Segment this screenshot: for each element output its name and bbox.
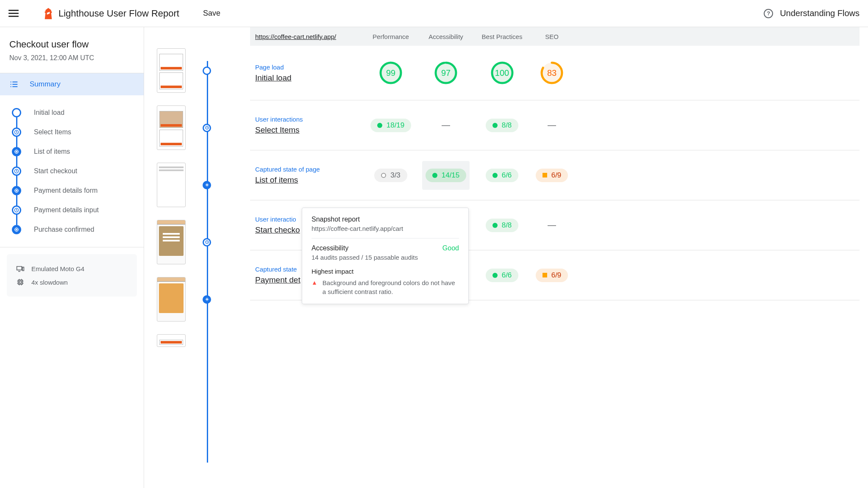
timeline-thumbnails [144, 27, 250, 488]
score-pill[interactable]: 8/8 [486, 119, 519, 132]
flow-name: Checkout user flow [9, 39, 134, 50]
score-pill[interactable]: 8/8 [486, 219, 519, 232]
sidebar-step-select-items[interactable]: Select Items [12, 122, 134, 142]
result-row-select-items: User interactionsSelect Items 18/19 — 8/… [250, 100, 860, 150]
devices-icon [16, 264, 25, 273]
step-link-payment-details[interactable]: Payment det [255, 275, 306, 285]
timeline-node-aperture-icon [203, 181, 211, 189]
sidebar-step-purchase-confirmed[interactable]: Purchase confirmed [12, 220, 134, 239]
nav-summary-label: Summary [30, 80, 61, 89]
clock-icon [14, 130, 19, 135]
score-pill[interactable]: 3/3 [374, 169, 407, 182]
tooltip-audits: 14 audits passed / 15 passable audits [312, 254, 459, 261]
step-link-start-checkout[interactable]: Start checko [255, 225, 306, 235]
score-pill[interactable]: 6/6 [486, 169, 519, 182]
lighthouse-logo-icon [44, 8, 53, 19]
score-tooltip: Snapshot report https://coffee-cart.netl… [302, 208, 469, 304]
table-header-row: https://coffee-cart.netlify.app/ Perform… [250, 27, 860, 46]
cpu-icon [16, 278, 25, 286]
app-header: Lighthouse User Flow Report Save ? Under… [0, 0, 868, 27]
col-seo: SEO [531, 33, 573, 40]
score-pill[interactable]: 6/9 [536, 169, 568, 182]
timeline-node-clock-icon [203, 238, 211, 247]
tooltip-status: Good [442, 244, 459, 252]
gauge-accessibility[interactable]: 97 [434, 61, 458, 85]
timeline-node-clock-icon [203, 124, 211, 132]
step-link-initial-load[interactable]: Initial load [255, 73, 363, 83]
gauge-performance[interactable]: 99 [379, 61, 403, 85]
highlighted-score-cell[interactable]: 14/15 [422, 161, 470, 190]
sidebar-step-list-items[interactable]: List of items [12, 142, 134, 161]
list-icon [9, 80, 19, 89]
timeline-node-aperture-icon [203, 295, 211, 304]
tooltip-url: https://coffee-cart.netlify.app/cart [312, 225, 459, 232]
sidebar-step-payment-input[interactable]: Payment details input [12, 200, 134, 220]
app-title: Lighthouse User Flow Report [58, 8, 179, 19]
col-performance: Performance [363, 33, 418, 40]
steps-list: Initial load Select Items List of items … [0, 95, 144, 247]
result-row-initial-load: Page loadInitial load 99 97 100 83 [250, 46, 860, 100]
understanding-flows-link[interactable]: Understanding Flows [780, 8, 860, 18]
score-dash: — [548, 120, 556, 130]
score-pill[interactable]: 6/9 [536, 269, 568, 282]
clock-icon [14, 208, 19, 213]
col-best-practices: Best Practices [473, 33, 531, 40]
save-button[interactable]: Save [203, 9, 220, 18]
warning-triangle-icon: ▲ [312, 279, 317, 296]
thumbnail-initial-load[interactable] [157, 48, 186, 93]
tooltip-impact-title: Highest impact [312, 268, 459, 275]
clock-icon [14, 169, 19, 174]
sidebar: Checkout user flow Nov 3, 2021, 12:00 AM… [0, 27, 144, 488]
score-pill[interactable]: 18/19 [370, 119, 412, 132]
thumbnail-start-checkout[interactable] [157, 220, 186, 264]
thumbnail-list-items[interactable] [157, 163, 186, 207]
gauge-best-practices[interactable]: 100 [490, 61, 514, 85]
aperture-icon [14, 149, 19, 154]
report-url-link[interactable]: https://coffee-cart.netlify.app/ [255, 33, 336, 40]
tooltip-category: Accessibility [312, 244, 348, 252]
step-link-list-items[interactable]: List of items [255, 175, 363, 185]
thumbnail-payment-form[interactable] [157, 277, 186, 322]
tooltip-impact-text: Background and foreground colors do not … [323, 278, 459, 296]
thumbnail-partial[interactable] [157, 334, 186, 347]
sidebar-step-payment-form[interactable]: Payment details form [12, 181, 134, 200]
result-row-list-items: Captured state of pageList of items 3/3 … [250, 150, 860, 200]
tooltip-title: Snapshot report [312, 216, 459, 223]
step-link-select-items[interactable]: Select Items [255, 125, 363, 135]
score-dash: — [442, 120, 450, 130]
score-pill[interactable]: 6/6 [486, 269, 519, 282]
sidebar-step-start-checkout[interactable]: Start checkout [12, 161, 134, 181]
gauge-seo[interactable]: 83 [540, 61, 564, 85]
timeline-node-circle-icon [203, 67, 211, 75]
aperture-icon [14, 188, 19, 193]
nav-summary[interactable]: Summary [0, 73, 144, 95]
results-table: https://coffee-cart.netlify.app/ Perform… [250, 27, 868, 488]
flow-date: Nov 3, 2021, 12:00 AM UTC [9, 54, 134, 62]
environment-info: Emulated Moto G4 4x slowdown [7, 254, 137, 297]
sidebar-step-initial-load[interactable]: Initial load [12, 103, 134, 122]
help-icon[interactable]: ? [764, 9, 773, 18]
svg-rect-7 [19, 281, 22, 283]
hamburger-menu-icon[interactable] [8, 8, 19, 19]
thumbnail-select-items[interactable] [157, 105, 186, 150]
score-dash: — [548, 220, 556, 230]
aperture-icon [14, 227, 19, 232]
svg-rect-6 [18, 280, 22, 284]
col-accessibility: Accessibility [418, 33, 473, 40]
